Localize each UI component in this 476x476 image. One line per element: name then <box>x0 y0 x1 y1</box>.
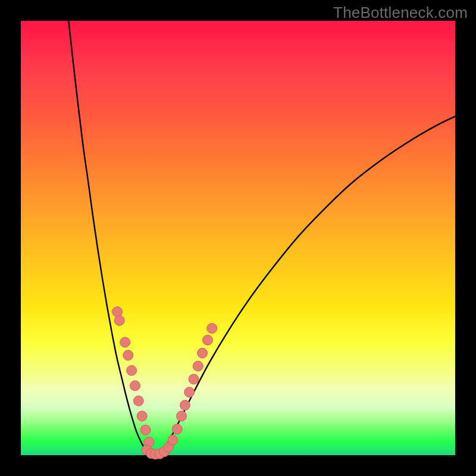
data-point <box>133 396 143 406</box>
left-curve <box>68 21 154 455</box>
data-point <box>177 411 187 421</box>
data-point <box>140 425 151 435</box>
right-curve <box>154 117 455 455</box>
data-point <box>114 315 124 325</box>
data-point <box>180 400 190 411</box>
data-point <box>123 350 133 361</box>
data-point <box>198 348 208 358</box>
data-point <box>202 335 212 345</box>
data-point <box>137 411 147 421</box>
data-point <box>130 381 140 391</box>
scatter-dots <box>112 307 217 459</box>
data-point <box>168 435 178 445</box>
data-point <box>207 323 217 333</box>
data-point <box>189 374 199 384</box>
data-point <box>184 387 195 397</box>
chart-frame: TheBottleneck.com <box>0 0 476 476</box>
plot-area <box>21 21 455 455</box>
data-point <box>127 365 137 375</box>
data-point <box>172 424 182 434</box>
watermark-text: TheBottleneck.com <box>333 4 468 22</box>
data-point <box>120 337 130 347</box>
chart-svg <box>21 21 455 455</box>
data-point <box>193 361 203 371</box>
